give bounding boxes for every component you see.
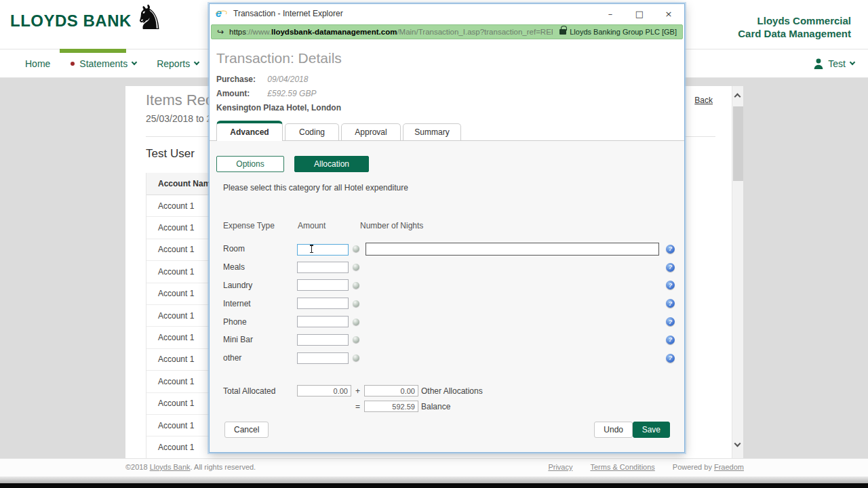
help-icon[interactable]: ? bbox=[666, 245, 675, 253]
page-footer: ©2018 Lloyds Bank. All rights reserved. … bbox=[0, 458, 868, 476]
equals-sign: = bbox=[351, 402, 364, 411]
product-title-line1: Lloyds Commercial bbox=[738, 15, 851, 28]
minibar-amount-input[interactable] bbox=[297, 334, 349, 346]
expense-row-internet: Internet ? bbox=[210, 294, 684, 312]
sphere-icon[interactable] bbox=[353, 319, 359, 325]
expense-row-phone: Phone ? bbox=[210, 312, 684, 331]
sphere-icon[interactable] bbox=[353, 282, 359, 289]
sphere-icon[interactable] bbox=[353, 264, 359, 270]
lock-icon bbox=[559, 29, 566, 35]
scroll-up-icon[interactable] bbox=[734, 94, 741, 100]
tab-approval[interactable]: Approval bbox=[341, 123, 401, 140]
letterbox-gradient bbox=[0, 476, 868, 483]
back-link[interactable]: Back bbox=[694, 96, 713, 105]
expense-row-minibar: Mini Bar ? bbox=[210, 331, 684, 349]
expense-label: Laundry bbox=[223, 281, 297, 290]
logo-text: LLOYDS BANK bbox=[10, 12, 132, 30]
options-button[interactable]: Options bbox=[216, 156, 284, 172]
help-icon[interactable]: ? bbox=[666, 336, 675, 344]
popup-content: Transaction: Details Purchase: 09/04/201… bbox=[210, 41, 684, 452]
advanced-tab-panel: Options Allocation Please select this ca… bbox=[210, 141, 684, 452]
balance-label: Balance bbox=[421, 402, 450, 411]
merchant-name: Kensington Plaza Hotel, London bbox=[216, 103, 341, 113]
internet-explorer-icon: e bbox=[216, 7, 228, 20]
date-range: 25/03/2018 to 2 bbox=[146, 113, 212, 124]
other-amount-input[interactable] bbox=[297, 352, 349, 364]
expense-row-room: Room ? bbox=[210, 240, 684, 258]
help-icon[interactable]: ? bbox=[666, 354, 675, 363]
balance-input[interactable] bbox=[364, 401, 418, 412]
laundry-amount-input[interactable] bbox=[297, 279, 349, 291]
sphere-icon[interactable] bbox=[353, 354, 359, 361]
column-header-amount: Amount bbox=[298, 221, 326, 230]
minimize-button[interactable]: – bbox=[606, 9, 615, 19]
sphere-icon[interactable] bbox=[353, 336, 359, 343]
expense-row-meals: Meals ? bbox=[210, 258, 684, 277]
chevron-down-icon bbox=[132, 60, 137, 65]
sphere-icon[interactable] bbox=[353, 300, 359, 307]
terms-link[interactable]: Terms & Conditions bbox=[590, 463, 654, 471]
chevron-down-icon bbox=[194, 60, 199, 65]
column-header-expense-type: Expense Type bbox=[223, 221, 275, 230]
window-title: Transaction - Internet Explorer bbox=[233, 9, 343, 18]
total-allocated-input[interactable] bbox=[297, 385, 351, 396]
plus-sign: + bbox=[351, 386, 364, 396]
help-icon[interactable]: ? bbox=[666, 263, 675, 272]
security-badge[interactable]: Lloyds Banking Group PLC [GB] bbox=[553, 28, 677, 36]
expense-label: Phone bbox=[223, 317, 297, 327]
room-amount-input[interactable] bbox=[297, 244, 349, 256]
total-allocated-label: Total Allocated bbox=[223, 386, 297, 396]
tab-summary[interactable]: Summary bbox=[403, 123, 461, 140]
user-menu[interactable]: Test bbox=[813, 49, 854, 77]
instruction-text: Please select this category for all Hote… bbox=[223, 183, 408, 192]
purchase-date: 09/04/2018 bbox=[267, 75, 308, 84]
chevron-down-icon bbox=[850, 60, 855, 65]
save-button[interactable]: Save bbox=[633, 422, 670, 438]
page-navigation-icon: ↪ bbox=[217, 27, 224, 37]
allocation-button[interactable]: Allocation bbox=[294, 156, 369, 172]
nav-item-home[interactable]: Home bbox=[25, 58, 50, 69]
privacy-link[interactable]: Privacy bbox=[548, 463, 572, 471]
meals-amount-input[interactable] bbox=[297, 262, 349, 273]
user-section-heading: Test User bbox=[146, 147, 195, 161]
internet-amount-input[interactable] bbox=[297, 298, 349, 309]
help-icon[interactable]: ? bbox=[666, 299, 675, 308]
user-icon bbox=[813, 58, 824, 70]
nav-item-statements[interactable]: Statements bbox=[71, 58, 136, 69]
phone-amount-input[interactable] bbox=[297, 316, 349, 327]
expense-label: Internet bbox=[223, 299, 297, 308]
certificate-owner: Lloyds Banking Group PLC [GB] bbox=[570, 28, 677, 36]
other-allocations-input[interactable] bbox=[364, 385, 418, 396]
cancel-button[interactable]: Cancel bbox=[224, 422, 269, 438]
close-button[interactable]: × bbox=[664, 9, 673, 19]
scrollbar[interactable] bbox=[732, 86, 743, 458]
product-title-line2: Card Data Management bbox=[738, 28, 851, 41]
help-icon[interactable]: ? bbox=[666, 281, 675, 289]
nav-item-reports[interactable]: Reports bbox=[157, 58, 199, 69]
expense-row-laundry: Laundry ? bbox=[210, 277, 684, 295]
expense-label: Meals bbox=[223, 262, 297, 272]
column-header-nights: Number of Nights bbox=[360, 221, 423, 230]
purchase-label: Purchase: bbox=[216, 75, 265, 84]
undo-button[interactable]: Undo bbox=[594, 422, 633, 438]
address-bar-field[interactable]: ↪ https://www.lloydsbank-datamanagement.… bbox=[211, 24, 683, 39]
help-icon[interactable]: ? bbox=[666, 317, 675, 326]
lloyds-bank-logo[interactable]: LLOYDS BANK ♞ bbox=[10, 9, 165, 33]
other-allocations-label: Other Allocations bbox=[421, 386, 483, 396]
window-titlebar[interactable]: e Transaction - Internet Explorer – □ × bbox=[210, 4, 684, 23]
scroll-down-icon[interactable] bbox=[734, 441, 741, 447]
tab-advanced[interactable]: Advanced bbox=[216, 121, 283, 141]
lloyds-bank-link[interactable]: Lloyds Bank bbox=[150, 463, 191, 471]
scrollbar-thumb[interactable] bbox=[733, 106, 743, 181]
amount-row: Amount: £592.59 GBP bbox=[216, 89, 316, 98]
letterbox-bar bbox=[0, 483, 868, 488]
tab-coding[interactable]: Coding bbox=[285, 123, 339, 140]
powered-by: Powered by Fraedom bbox=[673, 463, 744, 471]
sphere-icon[interactable] bbox=[353, 245, 359, 252]
expense-label: Mini Bar bbox=[223, 335, 297, 344]
address-bar: ↪ https://www.lloydsbank-datamanagement.… bbox=[210, 23, 684, 41]
room-nights-input[interactable] bbox=[366, 243, 659, 256]
fraedom-link[interactable]: Fraedom bbox=[714, 463, 744, 471]
maximize-button[interactable]: □ bbox=[635, 9, 644, 19]
expense-row-other: other ? bbox=[210, 349, 684, 367]
